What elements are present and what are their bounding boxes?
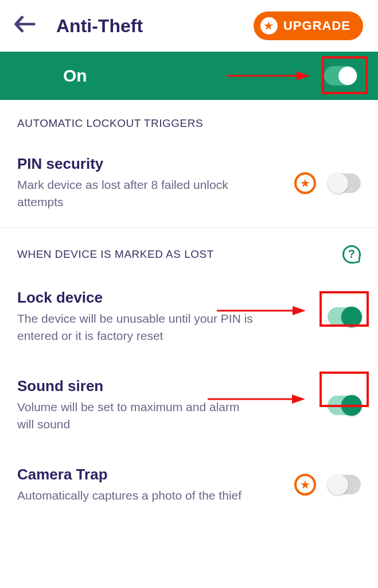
setting-title: PIN security [17, 155, 286, 173]
upgrade-label: UPGRADE [283, 18, 350, 33]
setting-pin-security[interactable]: PIN security Mark device as lost after 8… [0, 139, 378, 227]
app-header: Anti-Theft UPGRADE [0, 0, 378, 52]
master-status-label: On [63, 66, 87, 86]
setting-sound-siren[interactable]: Sound siren Volume will be set to maximu… [0, 361, 378, 450]
section-lost: WHEN DEVICE IS MARKED AS LOST ? [0, 228, 378, 273]
lock-device-toggle[interactable] [328, 307, 361, 327]
setting-desc: Mark device as lost after 8 failed unloc… [17, 176, 258, 211]
setting-title: Sound siren [17, 377, 319, 395]
setting-camera-trap[interactable]: Camera Trap Automatically captures a pho… [0, 450, 378, 520]
master-toggle-bar: On [0, 52, 378, 100]
setting-title: Camera Trap [17, 466, 286, 483]
setting-title: Lock device [17, 289, 319, 307]
section-header-lost-text: WHEN DEVICE IS MARKED AS LOST [17, 248, 214, 261]
star-icon [260, 17, 278, 34]
pin-security-toggle[interactable] [328, 173, 361, 193]
section-header-lost: WHEN DEVICE IS MARKED AS LOST ? [17, 245, 361, 264]
back-arrow-icon[interactable] [14, 16, 35, 36]
setting-desc: Automatically captures a photo of the th… [17, 487, 258, 504]
svg-marker-1 [297, 71, 310, 80]
upgrade-button[interactable]: UPGRADE [254, 11, 363, 40]
help-icon[interactable]: ? [342, 245, 361, 264]
section-header-triggers: AUTOMATIC LOCKOUT TRIGGERS [17, 117, 361, 130]
premium-star-icon [294, 474, 316, 496]
setting-desc: The device will be unusable until your P… [17, 310, 258, 345]
setting-lock-device[interactable]: Lock device The device will be unusable … [0, 273, 378, 361]
camera-trap-toggle[interactable] [328, 475, 361, 494]
annotation-arrow-icon [227, 70, 310, 82]
premium-star-icon [294, 172, 316, 194]
sound-siren-toggle[interactable] [328, 396, 361, 415]
section-triggers: AUTOMATIC LOCKOUT TRIGGERS [0, 100, 378, 139]
master-toggle[interactable] [324, 66, 357, 86]
setting-desc: Volume will be set to maximum and alarm … [17, 399, 258, 434]
page-title: Anti-Theft [56, 16, 143, 37]
